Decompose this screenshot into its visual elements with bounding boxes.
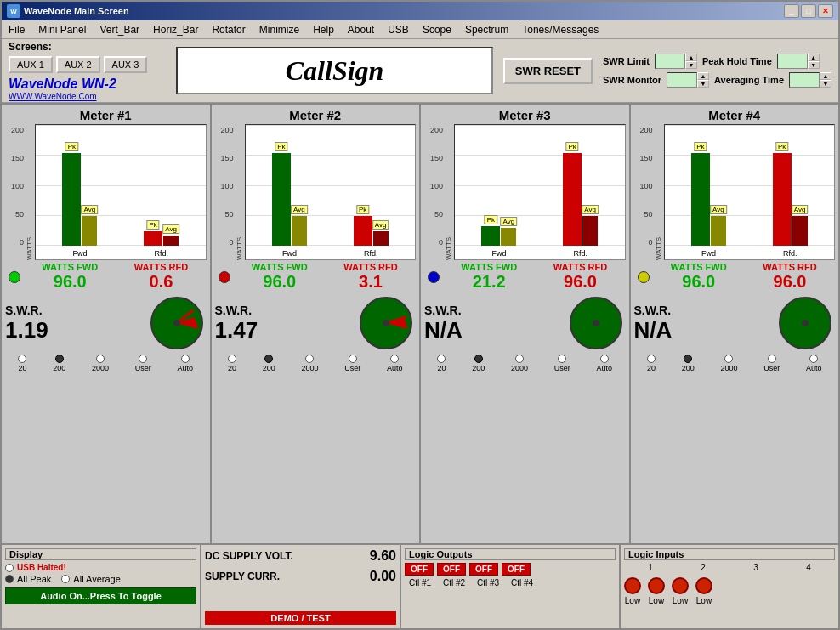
menubar-item-about[interactable]: About (344, 23, 377, 37)
fwd-watts-col: WATTS FWD 96.0 (671, 262, 727, 292)
peak-hold-down[interactable]: ▼ (808, 61, 820, 69)
range-radio-2000[interactable] (724, 355, 733, 363)
menubar-item-spectrum[interactable]: Spectrum (462, 23, 512, 37)
audio-button[interactable]: Audio On...Press To Toggle (5, 587, 196, 604)
range-radio-2000[interactable] (96, 355, 105, 363)
menubar-item-minimize[interactable]: Minimize (256, 23, 303, 37)
range-item-auto[interactable]: Auto (597, 355, 613, 372)
maximize-button[interactable]: □ (801, 4, 816, 18)
range-radio-200[interactable] (264, 355, 273, 363)
swr-monitor-up[interactable]: ▲ (697, 72, 709, 80)
range-radio-user[interactable] (139, 355, 147, 363)
swr-reset-button[interactable]: SWR RESET (503, 58, 593, 84)
all-average-radio[interactable] (61, 575, 70, 583)
fwd-main-bar-wrap: Pk (691, 153, 710, 246)
fwd-avg-bar-wrap: Avg (292, 216, 307, 246)
minimize-button[interactable]: _ (784, 4, 799, 18)
range-radio-200[interactable] (684, 355, 692, 363)
range-radio-auto[interactable] (181, 355, 190, 363)
range-item-auto[interactable]: Auto (387, 355, 403, 372)
menubar-item-horizbar[interactable]: Horiz_Bar (150, 23, 201, 37)
range-radio-20[interactable] (647, 355, 656, 363)
range-radio-user[interactable] (558, 355, 566, 363)
swr-monitor-label: SWR Monitor (603, 75, 661, 85)
rfd-avg-label: Avg (372, 220, 389, 230)
range-item-2000[interactable]: 2000 (301, 355, 318, 372)
peak-hold-up[interactable]: ▲ (808, 54, 820, 61)
averaging-down[interactable]: ▼ (820, 80, 831, 88)
wavenode-url: WWW.WaveNode.Com (9, 92, 157, 101)
swr-limit-down[interactable]: ▼ (685, 61, 697, 69)
logic-input-num-2: 2 (701, 563, 706, 572)
watts-values: WATTS FWD 96.0 WATTS RFD 3.1 (234, 262, 417, 292)
menubar-item-usb[interactable]: USB (384, 23, 412, 37)
range-radio-user[interactable] (768, 355, 776, 363)
averaging-input[interactable]: 4 (789, 72, 820, 88)
menubar-item-vertbar[interactable]: Vert_Bar (96, 23, 143, 37)
range-item-user[interactable]: User (554, 355, 570, 372)
logic-off-btn-2[interactable]: OFF (437, 563, 466, 576)
wavenode-title: WaveNode WN-2 (9, 77, 157, 92)
swr-value: N/A (634, 317, 773, 343)
menubar-item-file[interactable]: File (5, 23, 28, 37)
range-item-user[interactable]: User (763, 355, 780, 372)
range-radio-user[interactable] (349, 355, 357, 363)
close-button[interactable]: ✕ (818, 4, 833, 18)
menubar-item-help[interactable]: Help (309, 23, 338, 37)
all-peak-radio[interactable] (5, 575, 14, 583)
logic-ctl-label-1: Ctl #1 (405, 578, 435, 587)
averaging-up[interactable]: ▲ (820, 72, 831, 80)
range-radio-auto[interactable] (809, 355, 818, 363)
range-item-user[interactable]: User (344, 355, 360, 372)
swr-limit-input[interactable]: 3.0 (655, 54, 685, 69)
range-item-200[interactable]: 200 (472, 355, 485, 372)
range-item-2000[interactable]: 2000 (92, 355, 109, 372)
menubar-item-minipanel[interactable]: Mini Panel (35, 23, 89, 37)
range-item-auto[interactable]: Auto (806, 355, 822, 372)
range-item-auto[interactable]: Auto (178, 355, 194, 372)
logic-off-btn-1[interactable]: OFF (405, 563, 434, 576)
logic-off-btn-3[interactable]: OFF (469, 563, 498, 576)
range-item-200[interactable]: 200 (53, 355, 65, 372)
range-item-20[interactable]: 20 (437, 355, 446, 372)
swr-label: S.W.R. (5, 304, 144, 317)
rfd-avg-label: Avg (582, 205, 599, 214)
usb-halted-radio[interactable] (5, 564, 14, 572)
range-item-20[interactable]: 20 (18, 355, 26, 372)
range-radio-20[interactable] (228, 355, 236, 363)
logic-dot-row: Low Low Low Low (624, 577, 835, 605)
range-item-20[interactable]: 20 (228, 355, 236, 372)
menubar-item-scope[interactable]: Scope (419, 23, 455, 37)
range-radio-200[interactable] (55, 355, 64, 363)
aux1-button[interactable]: AUX 1 (9, 56, 53, 73)
range-radio-auto[interactable] (390, 355, 399, 363)
range-radio-2000[interactable] (515, 355, 524, 363)
swr-limit-up[interactable]: ▲ (685, 54, 697, 61)
range-radio-200[interactable] (474, 355, 483, 363)
range-item-200[interactable]: 200 (682, 355, 695, 372)
range-item-200[interactable]: 200 (263, 355, 275, 372)
range-radio-auto[interactable] (600, 355, 609, 363)
menubar-item-tonesmessages[interactable]: Tones/Messages (519, 23, 602, 37)
range-radio-2000[interactable] (305, 355, 314, 363)
aux2-button[interactable]: AUX 2 (56, 56, 100, 73)
rfd-bar (144, 231, 162, 246)
range-item-20[interactable]: 20 (647, 355, 656, 372)
fwd-avg-label: Avg (501, 217, 518, 226)
logic-off-btn-4[interactable]: OFF (502, 563, 531, 576)
logic-input-numbers: 1234 (624, 563, 835, 572)
range-item-2000[interactable]: 2000 (511, 355, 528, 372)
aux3-button[interactable]: AUX 3 (104, 56, 148, 73)
range-item-2000[interactable]: 2000 (720, 355, 737, 372)
chart-bg: Pk Avg Pk (454, 124, 626, 260)
range-row: 20 200 2000 User (5, 355, 207, 372)
fwd-watts-value: 96.0 (252, 272, 308, 292)
range-radio-20[interactable] (18, 355, 26, 363)
swr-monitor-down[interactable]: ▼ (697, 80, 709, 88)
swr-monitor-input[interactable]: 1 (667, 72, 697, 88)
y-200: 200 (639, 126, 652, 134)
menubar-item-rotator[interactable]: Rotator (208, 23, 248, 37)
peak-hold-input[interactable]: 4 (777, 54, 808, 69)
range-item-user[interactable]: User (135, 355, 151, 372)
range-radio-20[interactable] (437, 355, 446, 363)
